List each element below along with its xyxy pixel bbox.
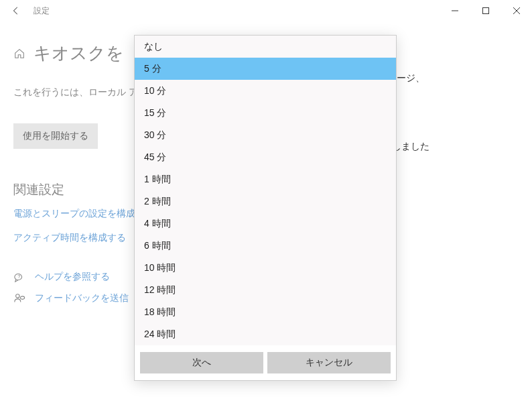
home-icon (13, 48, 25, 60)
help-link[interactable]: ヘルプを参照する (35, 271, 110, 283)
time-option[interactable]: 24 時間 (135, 323, 396, 345)
page-title: キオスクを (34, 42, 124, 65)
svg-rect-1 (483, 8, 489, 14)
titlebar: 設定 (0, 0, 532, 21)
back-button[interactable] (5, 0, 27, 21)
minimize-button[interactable] (440, 0, 470, 21)
svg-point-7 (20, 296, 24, 300)
time-select-dialog: なし5 分10 分15 分30 分45 分1 時間2 時間4 時間6 時間10 … (134, 35, 397, 381)
cancel-button[interactable]: キャンセル (267, 352, 391, 373)
start-button[interactable]: 使用を開始する (13, 123, 98, 149)
time-option[interactable]: 15 分 (135, 102, 396, 124)
window-controls (440, 0, 532, 21)
maximize-button[interactable] (470, 0, 501, 21)
feedback-icon (13, 292, 25, 304)
time-option[interactable]: 18 時間 (135, 301, 396, 323)
time-option[interactable]: 1 時間 (135, 168, 396, 190)
time-option[interactable]: 5 分 (135, 58, 396, 80)
time-option[interactable]: 4 時間 (135, 213, 396, 235)
time-options-list: なし5 分10 分15 分30 分45 分1 時間2 時間4 時間6 時間10 … (135, 36, 396, 345)
time-option[interactable]: 2 時間 (135, 190, 396, 213)
close-button[interactable] (501, 0, 532, 21)
svg-point-6 (16, 294, 19, 298)
next-button[interactable]: 次へ (140, 352, 263, 373)
feedback-link[interactable]: フィードバックを送信 (35, 292, 129, 304)
time-option[interactable]: 45 分 (135, 146, 396, 168)
time-option[interactable]: 12 時間 (135, 279, 396, 301)
time-option[interactable]: 10 時間 (135, 257, 396, 279)
svg-text:?: ? (17, 274, 20, 280)
help-icon: ? (13, 271, 25, 283)
window-title: 設定 (34, 5, 50, 17)
time-option[interactable]: 6 時間 (135, 235, 396, 257)
dialog-footer: 次へ キャンセル (135, 347, 396, 380)
time-option[interactable]: なし (135, 36, 396, 58)
time-option[interactable]: 30 分 (135, 124, 396, 146)
dialog-body: なし5 分10 分15 分30 分45 分1 時間2 時間4 時間6 時間10 … (135, 36, 396, 347)
time-option[interactable]: 10 分 (135, 80, 396, 102)
